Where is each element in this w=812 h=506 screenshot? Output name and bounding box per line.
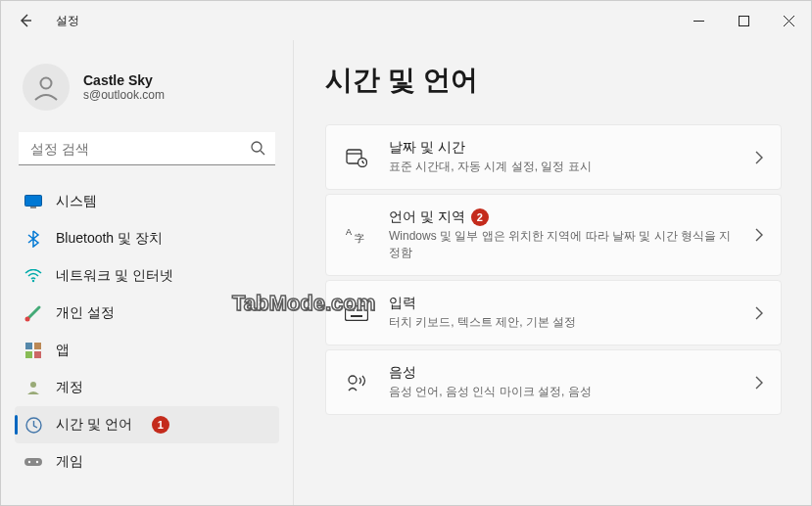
card-desc: Windows 및 일부 앱은 위치한 지역에 따라 날짜 및 시간 형식을 지… [389, 228, 736, 261]
svg-point-15 [36, 461, 38, 463]
sidebar: Castle Sky s@outlook.com 시스템 Bluetooth 및… [1, 40, 289, 505]
maximize-button[interactable] [721, 1, 766, 40]
apps-icon [24, 342, 42, 359]
brush-icon [24, 304, 42, 322]
page-title: 시간 및 언어 [325, 62, 782, 99]
nav-label: 앱 [56, 342, 70, 359]
nav-label: 시간 및 언어 [56, 416, 132, 434]
card-desc: 음성 언어, 음성 인식 마이크 설정, 음성 [389, 384, 736, 400]
keyboard-icon [344, 305, 369, 321]
nav-accounts[interactable]: 계정 [15, 369, 279, 406]
svg-rect-13 [24, 458, 42, 466]
arrow-left-icon [18, 13, 33, 28]
card-title: 날짜 및 시간 [389, 139, 736, 157]
card-speech[interactable]: 음성 음성 언어, 음성 인식 마이크 설정, 음성 [325, 349, 782, 415]
annotation-badge-1: 1 [152, 416, 169, 434]
nav-time-language[interactable]: 시간 및 언어 1 [15, 406, 279, 443]
nav-label: 시스템 [56, 193, 97, 210]
svg-point-26 [349, 376, 357, 384]
profile-email: s@outlook.com [83, 88, 165, 102]
nav-network[interactable]: 네트워크 및 인터넷 [15, 257, 279, 295]
svg-rect-20 [346, 305, 368, 320]
avatar [23, 64, 70, 111]
nav-label: 네트워크 및 인터넷 [56, 267, 173, 285]
titlebar: 설정 [1, 1, 811, 40]
svg-point-2 [252, 142, 262, 152]
svg-rect-10 [34, 351, 41, 358]
card-title: 언어 및 지역 2 [389, 208, 736, 226]
main-content: 시간 및 언어 날짜 및 시간 표준 시간대, 자동 시계 설정, 일정 표시 … [293, 40, 811, 505]
svg-point-22 [353, 309, 355, 311]
nav-gaming[interactable]: 게임 [15, 443, 279, 481]
profile-name: Castle Sky [83, 72, 165, 88]
svg-rect-7 [25, 343, 32, 349]
globe-clock-icon [24, 416, 42, 434]
nav-system[interactable]: 시스템 [15, 183, 279, 220]
nav-personalization[interactable]: 개인 설정 [15, 295, 279, 332]
svg-point-14 [28, 461, 30, 463]
annotation-badge-2: 2 [471, 208, 489, 226]
search-icon [250, 140, 265, 156]
chevron-right-icon [755, 228, 763, 242]
svg-rect-25 [351, 315, 362, 317]
svg-point-21 [349, 309, 351, 311]
card-date-time[interactable]: 날짜 및 시간 표준 시간대, 자동 시계 설정, 일정 표시 [325, 124, 782, 190]
close-button[interactable] [766, 1, 811, 40]
svg-rect-3 [25, 196, 42, 207]
back-button[interactable] [9, 4, 42, 37]
card-title: 입력 [389, 295, 736, 312]
minimize-button[interactable] [676, 1, 721, 40]
profile-block[interactable]: Castle Sky s@outlook.com [15, 40, 279, 130]
calendar-clock-icon [344, 148, 369, 167]
close-icon [784, 16, 794, 26]
display-icon [24, 193, 42, 210]
card-typing[interactable]: 입력 터치 키보드, 텍스트 제안, 기본 설정 [325, 280, 782, 345]
svg-rect-0 [739, 16, 748, 25]
svg-point-23 [357, 309, 358, 311]
svg-point-1 [41, 78, 52, 89]
svg-text:A: A [346, 227, 352, 237]
wifi-icon [24, 267, 42, 285]
window-title: 설정 [56, 13, 79, 29]
nav-label: 게임 [56, 453, 83, 471]
svg-point-5 [32, 280, 34, 282]
maximize-icon [739, 16, 749, 26]
bluetooth-icon [24, 230, 42, 248]
nav-label: Bluetooth 및 장치 [56, 230, 163, 248]
gamepad-icon [24, 453, 42, 471]
svg-text:字: 字 [355, 233, 364, 244]
card-language-region[interactable]: A字 언어 및 지역 2 Windows 및 일부 앱은 위치한 지역에 따라 … [325, 194, 782, 276]
chevron-right-icon [755, 376, 763, 390]
search-input[interactable] [19, 132, 275, 165]
svg-rect-8 [34, 343, 41, 349]
language-icon: A字 [344, 225, 369, 245]
search-box[interactable] [19, 132, 275, 165]
person-icon [31, 72, 61, 102]
svg-rect-9 [25, 351, 32, 358]
account-icon [24, 379, 42, 396]
chevron-right-icon [755, 306, 763, 320]
svg-rect-4 [30, 207, 36, 208]
chevron-right-icon [755, 151, 763, 164]
svg-point-6 [25, 317, 30, 322]
card-desc: 터치 키보드, 텍스트 제안, 기본 설정 [389, 314, 736, 331]
card-desc: 표준 시간대, 자동 시계 설정, 일정 표시 [389, 159, 736, 175]
nav-label: 개인 설정 [56, 304, 115, 322]
card-title: 음성 [389, 364, 736, 382]
nav-apps[interactable]: 앱 [15, 332, 279, 369]
nav-bluetooth[interactable]: Bluetooth 및 장치 [15, 220, 279, 257]
svg-point-24 [360, 309, 362, 311]
svg-point-11 [30, 382, 36, 388]
nav-label: 계정 [56, 379, 83, 396]
speech-icon [344, 373, 369, 392]
minimize-icon [693, 16, 704, 26]
